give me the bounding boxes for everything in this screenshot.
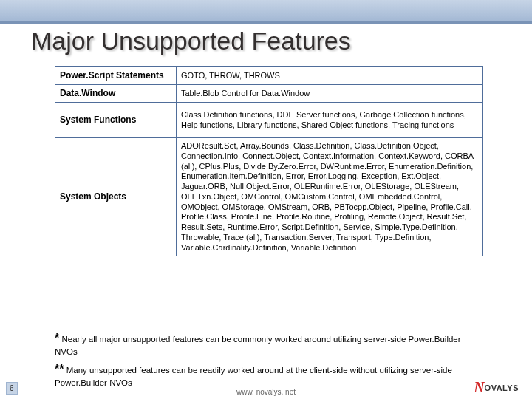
footer-url: www. novalys. net bbox=[236, 388, 296, 396]
row-label: System Objects bbox=[55, 138, 177, 256]
row-label: System Functions bbox=[55, 103, 177, 138]
table-row: System Functions Class Definition functi… bbox=[55, 103, 483, 138]
page-number: 6 bbox=[6, 382, 18, 395]
table-row: Power.Script Statements GOTO, THROW, THR… bbox=[55, 67, 483, 85]
row-value: GOTO, THROW, THROWS bbox=[177, 67, 483, 85]
double-asterisk: ** bbox=[55, 363, 64, 375]
asterisk: * bbox=[55, 332, 59, 344]
logo-mark-icon: N bbox=[474, 379, 480, 396]
footnotes: * Nearly all major unsupported features … bbox=[55, 331, 483, 392]
footnote-2: ** Many unsupported features can be read… bbox=[55, 362, 483, 389]
footnote-1: * Nearly all major unsupported features … bbox=[55, 331, 483, 358]
footnote-text: Nearly all major unsupported features ca… bbox=[55, 335, 461, 356]
row-value: ADOResult.Set, Array.Bounds, Class.Defin… bbox=[177, 138, 483, 256]
row-label: Data.Window bbox=[55, 85, 177, 103]
footnote-text: Many unsupported features can be readily… bbox=[55, 366, 452, 387]
table-row: System Objects ADOResult.Set, Array.Boun… bbox=[55, 138, 483, 256]
row-label: Power.Script Statements bbox=[55, 67, 177, 85]
logo-text: OVALYS bbox=[485, 383, 519, 392]
slide-title: Major Unsupported Features bbox=[31, 27, 351, 55]
top-gradient-band bbox=[0, 0, 532, 24]
features-table: Power.Script Statements GOTO, THROW, THR… bbox=[55, 66, 483, 256]
table-row: Data.Window Table.Blob Control for Data.… bbox=[55, 85, 483, 103]
logo: N OVALYS bbox=[474, 379, 519, 396]
row-value: Table.Blob Control for Data.Window bbox=[177, 85, 483, 103]
row-value: Class Definition functions, DDE Server f… bbox=[177, 103, 483, 138]
